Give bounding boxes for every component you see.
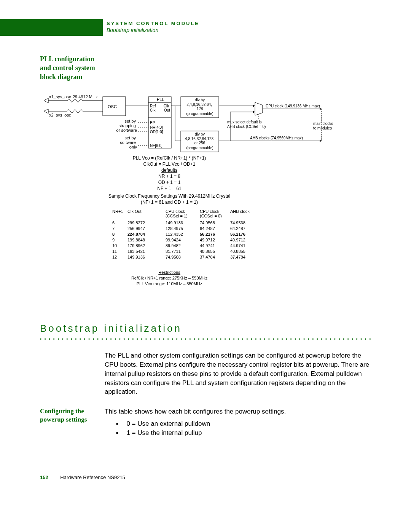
div2-prog: (programmable) (186, 146, 213, 150)
svg-text:224.8704: 224.8704 (127, 232, 145, 236)
svg-text:CPU clock: CPU clock (166, 209, 185, 214)
svg-text:81.7711: 81.7711 (166, 249, 181, 254)
svg-text:10: 10 (112, 243, 117, 248)
svg-text:179.8962: 179.8962 (127, 243, 145, 248)
svg-marker-23 (253, 111, 255, 113)
svg-text:44.9741: 44.9741 (200, 243, 215, 248)
nf-default: NF + 1 = 61 (157, 186, 182, 191)
svg-text:49.9712: 49.9712 (200, 238, 215, 242)
svg-text:149.9136: 149.9136 (166, 220, 183, 225)
svg-text:37.4784: 37.4784 (200, 255, 215, 259)
pll-box-label: PLL (157, 97, 164, 102)
svg-text:199.8848: 199.8848 (127, 238, 145, 242)
sample-title: Sample Clock Frequency Settings With 29.… (108, 193, 230, 199)
svg-text:11: 11 (112, 249, 117, 254)
bullet-1: 1 = Use the internal pullup (116, 428, 373, 438)
svg-text:CPU clock: CPU clock (200, 209, 220, 214)
formula-clkout: ClkOut = PLL Vco / OD+1 (143, 161, 196, 167)
svg-text:64.2487: 64.2487 (200, 226, 215, 231)
svg-text:56.2176: 56.2176 (230, 232, 245, 236)
div1-prog: (programmable) (186, 112, 213, 116)
header-subtitle: Bootstrap initialization (107, 27, 199, 33)
pll-nf: NF[8:0] (150, 144, 162, 148)
svg-text:299.8272: 299.8272 (127, 220, 145, 225)
header-green-block (0, 19, 103, 36)
svg-text:9: 9 (112, 238, 115, 242)
div1-vals: 2,4,8,16,32,64, 128 (186, 102, 213, 111)
mux-default-label: mux select default is AHB clock (CCSel =… (227, 120, 266, 129)
ahb-clocks-label: AHB clocks (74.9569MHz max) (250, 136, 303, 140)
svg-marker-29 (320, 140, 322, 142)
side-heading-pll: PLL configuration and control system blo… (40, 55, 101, 81)
svg-text:6: 6 (112, 220, 115, 225)
label-x2-sys-osc: x2_sys_osc (49, 113, 71, 117)
svg-text:7: 7 (112, 226, 115, 231)
svg-text:37.4784: 37.4784 (230, 255, 245, 259)
svg-text:(CCSel = 0): (CCSel = 0) (200, 214, 222, 218)
svg-text:128.4975: 128.4975 (166, 226, 183, 231)
svg-text:64.2487: 64.2487 (230, 226, 245, 231)
page-number: 152 (40, 474, 48, 480)
svg-text:AHB clock: AHB clock (230, 209, 250, 214)
div2-vals: 4,8,16,32,64,128 or 256 (185, 137, 215, 145)
svg-text:74.9568: 74.9568 (230, 220, 245, 225)
side-heading-config: Configuring the powerup settings (40, 407, 101, 424)
od-default: OD + 1 = 1 (158, 180, 181, 185)
restriction1: RefClk / NR+1 range: 275KHz – 550MHz (131, 276, 208, 280)
restriction2: PLL Vco range: 110MHz – 550MHz (137, 281, 202, 286)
dotted-separator: • • • • • • • • • • • • • • • • • • • • … (40, 337, 373, 342)
svg-text:163.5421: 163.5421 (127, 249, 145, 254)
header-title: SYSTEM CONTROL MODULE (107, 21, 199, 26)
label-freq: 29.4912 MHz (73, 94, 98, 99)
svg-text:49.9712: 49.9712 (230, 238, 245, 242)
svg-text:74.9568: 74.9568 (200, 220, 215, 225)
clock-table: NR+1Clk OutCPU clock(CCSel = 1)CPU clock… (112, 209, 250, 259)
svg-text:89.9482: 89.9482 (166, 243, 181, 248)
label-x1-sys-osc: x1_sys_osc (49, 94, 71, 99)
svg-text:8: 8 (112, 232, 115, 236)
svg-text:256.9947: 256.9947 (127, 226, 145, 231)
svg-marker-24 (255, 102, 263, 115)
pll-bp: BP (150, 121, 155, 125)
pll-refclk: Ref Clk (150, 104, 157, 112)
sample-sub: (NF+1 = 61 and OD + 1 = 1) (141, 200, 198, 205)
svg-text:(CCSel = 1): (CCSel = 1) (166, 214, 188, 218)
svg-text:40.8855: 40.8855 (200, 249, 215, 254)
bootstrap-paragraph: The PLL and other system configuration s… (105, 351, 373, 396)
page-header: SYSTEM CONTROL MODULE Bootstrap initiali… (0, 19, 373, 36)
label-set-by-software: set by software only (120, 136, 137, 149)
nr-default: NR + 1 = 8 (158, 174, 180, 179)
restrictions-label: Restrictions (158, 270, 180, 275)
page-footer: 152 Hardware Reference NS9215 (40, 474, 373, 480)
svg-marker-1 (44, 109, 48, 113)
div1-title: div by (195, 98, 205, 102)
pll-block-diagram: x1_sys_osc x2_sys_osc 29.4912 MHz OSC se… (40, 93, 373, 300)
svg-text:112.4352: 112.4352 (166, 232, 183, 236)
svg-text:12: 12 (112, 255, 117, 259)
bullet-0: 0 = Use an external pulldown (116, 419, 373, 428)
cpu-clock-label: CPU clock (149.9136 MHz max) (266, 104, 320, 108)
div2-title: div by (195, 132, 205, 136)
svg-text:149.9136: 149.9136 (127, 255, 145, 259)
pll-od: OD[1:0] (150, 130, 163, 134)
pll-nr: NR[4:0] (150, 125, 163, 129)
svg-text:Clk Out: Clk Out (127, 209, 142, 214)
svg-marker-0 (44, 98, 48, 103)
svg-marker-19 (253, 105, 255, 107)
pll-clkout: Clk Out (164, 104, 170, 112)
footer-ref: Hardware Reference NS9215 (60, 474, 125, 480)
svg-text:44.9741: 44.9741 (230, 243, 245, 248)
osc-box-label: OSC (108, 104, 117, 109)
config-intro: This table shows how each bit configures… (105, 407, 373, 416)
label-set-by-strapping: set by strapping or software (116, 119, 137, 133)
main-clocks-label: main clocks to modules (313, 121, 334, 130)
section-title-bootstrap: Bootstrap initialization (40, 323, 373, 334)
svg-text:NR+1: NR+1 (112, 209, 123, 214)
svg-text:74.9568: 74.9568 (166, 255, 181, 259)
defaults-label: defaults (161, 168, 177, 173)
svg-text:56.2176: 56.2176 (200, 232, 215, 236)
svg-text:99.9424: 99.9424 (166, 238, 181, 242)
formula-vco: PLL Vco = (RefClk / NR+1) * (NF+1) (133, 155, 206, 161)
svg-text:40.8855: 40.8855 (230, 249, 245, 254)
